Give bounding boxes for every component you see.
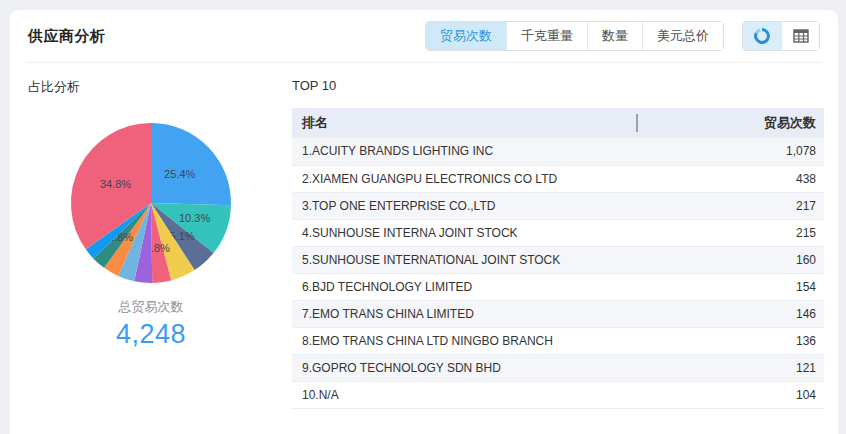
- supplier-name-cell: 2.XIAMEN GUANGPU ELECTRONICS CO LTD: [292, 165, 638, 192]
- trade-count-cell: 136: [638, 327, 824, 354]
- supplier-name-cell: 3.TOP ONE ENTERPRISE CO.,LTD: [292, 192, 638, 219]
- pie-slice-label: 34.8%: [100, 178, 131, 190]
- table-row[interactable]: 1.ACUITY BRANDS LIGHTING INC1,078: [292, 138, 824, 165]
- page-title: 供应商分析: [28, 27, 106, 46]
- table-view-button[interactable]: [781, 22, 819, 50]
- table-icon: [793, 29, 809, 43]
- pie-chart: 25.4%10.3%5.1%3.8%2.8%34.8%: [10, 102, 292, 296]
- supplier-name-cell: 9.GOPRO TECHNOLOGY SDN BHD: [292, 354, 638, 381]
- card-header: 供应商分析 贸易次数千克重量数量美元总价: [10, 10, 838, 62]
- card-content: 占比分析 25.4%10.3%5.1%3.8%2.8%34.8% 总贸易次数 4…: [10, 63, 838, 409]
- trade-count-cell: 217: [638, 192, 824, 219]
- table-header: 排名 贸易次数: [292, 108, 824, 138]
- header-controls: 贸易次数千克重量数量美元总价: [425, 21, 820, 51]
- table-row[interactable]: 7.EMO TRANS CHINA LIMITED146: [292, 300, 824, 327]
- metric-tab-group: 贸易次数千克重量数量美元总价: [425, 21, 724, 51]
- trade-count-cell: 1,078: [638, 138, 824, 165]
- supplier-name-cell: 5.SUNHOUSE INTERNATIONAL JOINT STOCK: [292, 246, 638, 273]
- total-trades-label: 总贸易次数: [10, 298, 292, 316]
- table-row[interactable]: 6.BJD TECHNOLOGY LIMITED154: [292, 273, 824, 300]
- trade-count-cell: 104: [638, 381, 824, 408]
- top10-panel: TOP 10 排名 贸易次数 1.ACUITY BRANDS LIGHTING …: [292, 63, 838, 409]
- pie-slice-label: 10.3%: [179, 212, 210, 224]
- table-row[interactable]: 2.XIAMEN GUANGPU ELECTRONICS CO LTD438: [292, 165, 824, 192]
- table-row[interactable]: 5.SUNHOUSE INTERNATIONAL JOINT STOCK160: [292, 246, 824, 273]
- tab-0[interactable]: 贸易次数: [426, 22, 506, 50]
- top10-table: 排名 贸易次数 1.ACUITY BRANDS LIGHTING INC1,07…: [292, 108, 824, 409]
- trade-count-cell: 160: [638, 246, 824, 273]
- pie-slice-label: 25.4%: [164, 168, 195, 180]
- supplier-name-cell: 6.BJD TECHNOLOGY LIMITED: [292, 273, 638, 300]
- supplier-name-cell: 4.SUNHOUSE INTERNA JOINT STOCK: [292, 219, 638, 246]
- trade-count-cell: 121: [638, 354, 824, 381]
- trade-count-cell: 215: [638, 219, 824, 246]
- metric-column-header: 贸易次数: [638, 108, 824, 138]
- total-trades-value: 4,248: [10, 319, 292, 350]
- view-toggle-group: [742, 21, 820, 51]
- rank-column-label: 排名: [302, 115, 328, 130]
- rank-column-header: 排名: [292, 108, 638, 138]
- proportion-panel: 占比分析 25.4%10.3%5.1%3.8%2.8%34.8% 总贸易次数 4…: [10, 63, 292, 409]
- tab-1[interactable]: 千克重量: [506, 22, 587, 50]
- supplier-name-cell: 7.EMO TRANS CHINA LIMITED: [292, 300, 638, 327]
- trade-count-cell: 146: [638, 300, 824, 327]
- top10-title: TOP 10: [292, 78, 824, 93]
- supplier-name-cell: 1.ACUITY BRANDS LIGHTING INC: [292, 138, 638, 165]
- supplier-analysis-card: 供应商分析 贸易次数千克重量数量美元总价 占比分析 25.4%10.3%5.1%…: [10, 10, 838, 434]
- table-row[interactable]: 9.GOPRO TECHNOLOGY SDN BHD121: [292, 354, 824, 381]
- table-row[interactable]: 3.TOP ONE ENTERPRISE CO.,LTD217: [292, 192, 824, 219]
- tab-2[interactable]: 数量: [587, 22, 642, 50]
- trade-count-cell: 154: [638, 273, 824, 300]
- table-row[interactable]: 10.N/A104: [292, 381, 824, 408]
- supplier-name-cell: 10.N/A: [292, 381, 638, 408]
- table-row[interactable]: 8.EMO TRANS CHINA LTD NINGBO BRANCH136: [292, 327, 824, 354]
- tab-3[interactable]: 美元总价: [642, 22, 723, 50]
- donut-chart-icon: [754, 28, 770, 44]
- chart-view-button[interactable]: [743, 22, 781, 50]
- pie-chart-svg: 25.4%10.3%5.1%3.8%2.8%34.8%: [10, 102, 292, 292]
- proportion-panel-title: 占比分析: [10, 78, 292, 96]
- table-row[interactable]: 4.SUNHOUSE INTERNA JOINT STOCK215: [292, 219, 824, 246]
- pie-slice[interactable]: [151, 123, 231, 205]
- trade-count-cell: 438: [638, 165, 824, 192]
- supplier-name-cell: 8.EMO TRANS CHINA LTD NINGBO BRANCH: [292, 327, 638, 354]
